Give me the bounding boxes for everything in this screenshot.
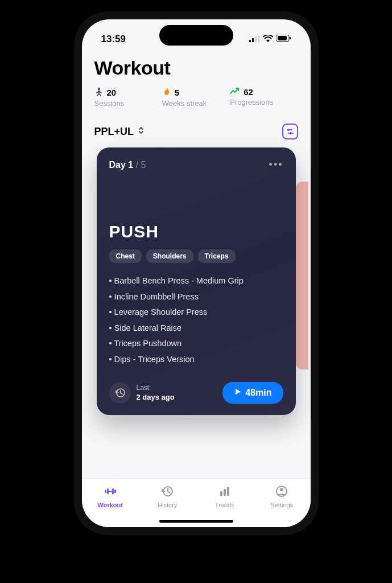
history-icon [160,485,174,499]
stat-streak: 5 Weeks streak [162,87,230,108]
battery-icon [277,34,291,45]
muscle-tag: Shoulders [146,249,193,263]
svg-point-19 [280,488,283,491]
wifi-icon [263,34,273,45]
card-day-indicator: Day 1 / 5 [109,160,146,170]
tab-label: History [158,502,177,508]
stat-progressions-value: 62 [244,87,253,97]
last-value: 2 days ago [137,393,175,401]
plan-selector[interactable]: PPL+UL [94,126,146,138]
card-more-button[interactable]: ••• [269,159,283,171]
svg-rect-11 [109,491,112,492]
svg-point-7 [97,88,100,90]
svg-rect-1 [252,38,254,42]
history-icon [109,382,131,404]
home-indicator[interactable] [159,520,233,523]
stats-row: 20 Sessions 5 Weeks streak [94,87,298,108]
svg-rect-10 [107,488,109,494]
page-title: Workout [94,57,298,79]
exercise-item: • Dips - Triceps Version [109,352,283,368]
svg-rect-5 [278,36,287,40]
tab-workout[interactable]: Workout [82,485,139,508]
screen: 13:59 Workout [82,19,311,527]
muscle-tag: Triceps [198,249,236,263]
exercise-item: • Leverage Shoulder Press [109,305,283,321]
svg-rect-3 [258,35,259,42]
filter-button[interactable] [282,124,298,139]
person-circle-icon [275,485,288,499]
muscle-tag-row: Chest Shoulders Triceps [109,249,283,263]
stat-sessions-value: 20 [107,88,117,97]
workout-card[interactable]: Day 1 / 5 ••• PUSH Chest Shoulders Trice… [97,147,296,415]
muscle-tag: Chest [109,249,142,263]
stat-progressions-label: Progressions [230,98,298,106]
stat-sessions: 20 Sessions [94,87,162,108]
svg-rect-9 [105,490,106,493]
card-day-current: Day 1 [109,160,134,170]
exercise-item: • Side Lateral Raise [109,321,283,336]
stat-streak-label: Weeks streak [162,99,230,108]
exercise-list: • Barbell Bench Press - Medium Grip • In… [109,273,283,367]
svg-rect-16 [224,489,226,496]
person-icon [94,87,104,98]
svg-rect-12 [112,488,114,494]
phone-frame: 13:59 Workout [74,11,319,535]
stat-sessions-label: Sessions [94,99,162,108]
card-day-total: / 5 [136,160,146,170]
dumbbell-icon [104,485,117,499]
exercise-item: • Barbell Bench Press - Medium Grip [109,273,283,289]
dynamic-island [159,25,233,46]
start-workout-button[interactable]: 48min [222,382,283,404]
last-session-info: Last: 2 days ago [109,382,175,404]
exercise-item: • Triceps Pushdown [109,336,283,352]
status-time: 13:59 [101,34,126,45]
svg-rect-6 [290,37,291,39]
tab-history[interactable]: History [139,485,196,508]
tab-settings[interactable]: Settings [253,485,311,508]
stat-streak-value: 5 [175,88,179,97]
svg-rect-15 [220,491,222,496]
tab-label: Trends [215,502,234,508]
workout-title: PUSH [109,222,283,241]
duration-label: 48min [245,388,271,398]
svg-rect-13 [114,490,116,493]
svg-rect-0 [249,40,251,42]
stat-progressions: 62 Progressions [230,87,298,108]
svg-rect-17 [227,487,229,496]
exercise-item: • Incline Dumbbell Press [109,289,283,305]
svg-rect-2 [255,36,257,42]
play-icon [234,388,242,398]
last-label: Last: [137,384,175,393]
tab-label: Workout [98,502,123,508]
bars-icon [218,485,232,499]
next-card-peek[interactable] [296,182,308,369]
flame-icon [162,87,171,98]
trend-up-icon [230,87,240,97]
cellular-icon [249,34,259,45]
tab-label: Settings [270,502,293,508]
chevron-updown-icon [137,126,145,138]
tab-trends[interactable]: Trends [196,485,254,508]
plan-name-label: PPL+UL [94,126,134,138]
